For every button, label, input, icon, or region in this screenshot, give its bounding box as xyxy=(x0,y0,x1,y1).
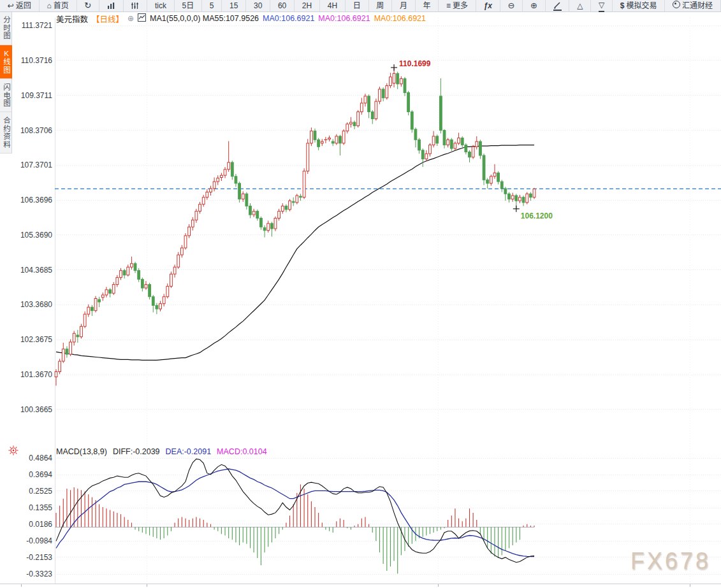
macd-dea-value: DEA:-0.2091 xyxy=(166,447,212,456)
toolbar-button-label: 15 xyxy=(229,1,238,11)
price-chart-canvas[interactable] xyxy=(0,0,721,588)
mini-chart-icon xyxy=(138,13,146,24)
period-day-button[interactable]: 日 xyxy=(346,0,369,11)
price-axis-label: 111.3721 xyxy=(6,21,52,30)
toolbar-button-label: tick xyxy=(155,1,166,11)
macd-axis-label: -0.3323 xyxy=(6,570,52,578)
price-axis-label: 100.3665 xyxy=(6,405,52,414)
home-button[interactable]: ⌂首页 xyxy=(40,0,77,11)
ma0-value-magenta: MA0:106.6921 xyxy=(318,14,370,23)
period-4h-button[interactable]: 4H xyxy=(320,0,346,11)
period-60-button[interactable]: 60 xyxy=(270,0,295,11)
ma55-value: MA1(55,0,0,0) MA55:107.9526 xyxy=(150,14,259,23)
macd-header: MACD(13,8,9) DIFF:-0.2039 DEA:-0.2091 MA… xyxy=(56,447,267,456)
macd-diff-value: DIFF:-0.2039 xyxy=(113,447,160,456)
chart-header: 美元指数【日线】 ⊕ MA1(55,0,0,0) MA55:107.9526 M… xyxy=(56,13,426,24)
top-toolbar: ↩返回⌂首页↻tick5日51530602H4H日周月年≡更多ƒx⊖⊕△▽$模拟… xyxy=(0,0,721,12)
chart-type-bars-button[interactable] xyxy=(99,0,124,11)
low-price-annotation: 106.1200 xyxy=(521,212,553,220)
time-axis-tick xyxy=(690,584,690,587)
pencil-icon xyxy=(553,1,562,11)
toolbar-button-label: 返回 xyxy=(16,1,31,11)
ma0-value-orange: MA0:106.6921 xyxy=(374,14,426,23)
marker-up-button[interactable]: △ xyxy=(569,0,591,11)
globe-icon xyxy=(673,1,680,11)
price-axis-label: 105.3690 xyxy=(6,231,52,240)
toolbar-button-label: 月 xyxy=(400,1,407,11)
macd-settings-icon[interactable] xyxy=(8,445,18,458)
toolbar-button-label: 2H xyxy=(302,1,312,11)
dollar-icon: $ xyxy=(620,1,625,11)
ma0-value-blue: MA0:106.6921 xyxy=(263,14,314,23)
period-tick-button[interactable]: tick xyxy=(147,0,175,11)
toolbar-button-label: 年 xyxy=(423,1,430,11)
price-axis-label: 110.3716 xyxy=(6,56,52,65)
toolbar-button-label: 汇通财经 xyxy=(682,1,713,11)
time-axis-tick xyxy=(21,584,22,587)
bottom-axis-line xyxy=(0,584,721,584)
period-30-button[interactable]: 30 xyxy=(246,0,270,11)
period-2h-button[interactable]: 2H xyxy=(295,0,320,11)
candle-settings-icon xyxy=(131,2,139,10)
sidebar-tab-kline-chart[interactable]: K线图 xyxy=(0,45,12,79)
zoom-out-button[interactable]: ⊖ xyxy=(500,0,523,11)
period-week-button[interactable]: 周 xyxy=(369,0,393,11)
refresh-button[interactable]: ↻ xyxy=(77,0,99,11)
toolbar-button-label: 日 xyxy=(353,1,361,11)
toolbar-button-label: 5日 xyxy=(182,1,194,11)
price-axis-label: 102.3675 xyxy=(6,335,52,344)
toolbar-button-label: 模拟交易 xyxy=(626,1,657,11)
price-axis-label: 106.3696 xyxy=(6,196,52,204)
zoom-in-button[interactable]: ⊕ xyxy=(523,0,545,11)
fx-icon: ƒx xyxy=(484,1,492,11)
period-15-button[interactable]: 15 xyxy=(222,0,246,11)
fx678-watermark: FX678 xyxy=(630,548,711,575)
period-year-button[interactable]: 年 xyxy=(416,0,439,11)
fx678-news-button[interactable]: 汇通财经 xyxy=(665,0,721,11)
menu-icon: ≡ xyxy=(446,1,451,11)
macd-axis-label: -0.2153 xyxy=(6,553,52,562)
add-indicator-icon[interactable]: ⊕ xyxy=(127,14,134,23)
macd-axis-label: 0.1355 xyxy=(6,503,52,512)
bar-chart-icon xyxy=(107,2,115,10)
period-month-button[interactable]: 月 xyxy=(392,0,416,11)
time-axis-tick xyxy=(147,584,147,587)
home-icon: ⌂ xyxy=(47,1,51,11)
sidebar-tab-contract-info[interactable]: 合约资料 xyxy=(0,112,12,154)
triangle-up-icon: △ xyxy=(577,1,583,11)
zoom-out-icon: ⊖ xyxy=(508,0,515,11)
macd-macd-value: MACD:0.0104 xyxy=(217,447,267,456)
indicators-button[interactable]: ƒx xyxy=(476,0,500,11)
price-axis-label: 107.3701 xyxy=(6,161,52,169)
macd-axis-label: 0.2525 xyxy=(6,487,52,496)
more-button[interactable]: ≡更多 xyxy=(439,0,476,11)
period-5-button[interactable]: 5 xyxy=(202,0,222,11)
chart-type-candle-button[interactable] xyxy=(124,0,148,11)
trading-app-window: ↩返回⌂首页↻tick5日51530602H4H日周月年≡更多ƒx⊖⊕△▽$模拟… xyxy=(0,0,721,588)
back-arrow-icon: ↩ xyxy=(8,1,14,11)
toolbar-button-label: 60 xyxy=(278,1,286,11)
period-label: 【日线】 xyxy=(92,13,124,25)
macd-params: MACD(13,8,9) xyxy=(56,447,107,456)
marker-down-button[interactable]: ▽ xyxy=(591,0,613,11)
time-axis-tick xyxy=(438,584,439,587)
draw-pencil-button[interactable] xyxy=(546,0,570,11)
chart-type-sidebar: 分时图K线图闪电图合约资料 xyxy=(0,11,11,154)
toolbar-button-label: 更多 xyxy=(453,1,468,11)
triangle-down-icon: ▽ xyxy=(599,0,604,12)
macd-axis-label: -0.0984 xyxy=(6,536,52,545)
price-axis-label: 101.3670 xyxy=(6,370,52,379)
sidebar-tab-time-chart[interactable]: 分时图 xyxy=(0,11,12,45)
sidebar-tab-lightning-chart[interactable]: 闪电图 xyxy=(0,79,12,113)
macd-axis-label: 0.3694 xyxy=(6,470,52,479)
toolbar-button-label: 30 xyxy=(254,1,262,11)
toolbar-button-label: 周 xyxy=(376,1,384,11)
back-button[interactable]: ↩返回 xyxy=(0,0,40,11)
period-5d-button[interactable]: 5日 xyxy=(175,0,202,11)
toolbar-button-label: 4H xyxy=(328,1,337,11)
sim-trading-button[interactable]: $模拟交易 xyxy=(613,0,665,11)
symbol-name: 美元指数 xyxy=(56,13,88,25)
toolbar-button-label: 首页 xyxy=(54,1,69,11)
refresh-icon: ↻ xyxy=(84,0,91,11)
price-axis-label: 108.3706 xyxy=(6,126,52,135)
